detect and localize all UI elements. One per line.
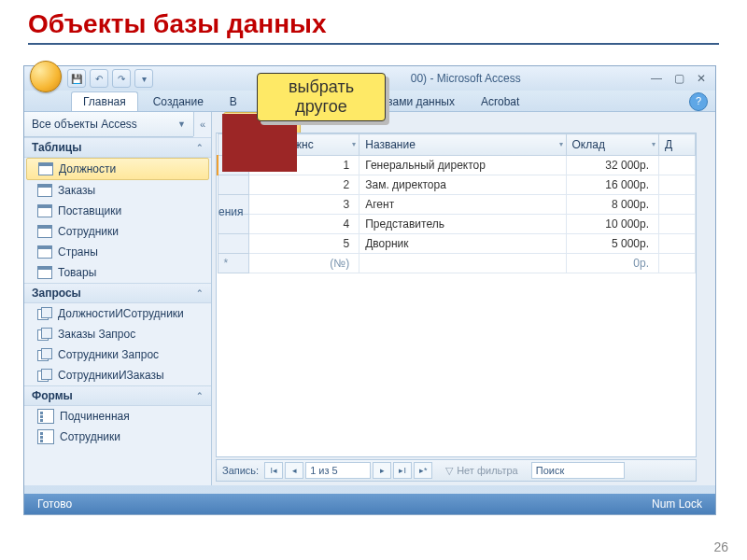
status-ready: Готово bbox=[37, 497, 72, 511]
form-icon bbox=[37, 409, 54, 424]
recnav-label: Запись: bbox=[222, 465, 259, 476]
nav-item-label: СотрудникиИЗаказы bbox=[58, 369, 164, 382]
table-icon bbox=[37, 204, 52, 217]
quick-access-toolbar: 💾 ↶ ↷ ▾ bbox=[67, 69, 153, 88]
tab-acrobat[interactable]: Acrobat bbox=[470, 92, 530, 111]
undo-icon[interactable]: ↶ bbox=[90, 69, 108, 88]
nav-header[interactable]: Все объекты Access ▼ bbox=[24, 112, 193, 137]
tab-create[interactable]: Создание bbox=[142, 92, 215, 111]
table-icon bbox=[37, 266, 52, 279]
query-icon bbox=[37, 348, 52, 361]
query-icon bbox=[37, 369, 52, 382]
window-title: Фирма : 6… 00) - Microsoft Access bbox=[162, 72, 648, 85]
table-icon bbox=[38, 162, 53, 175]
chevron-down-icon[interactable]: ▾ bbox=[352, 140, 356, 148]
current-record[interactable]: 1 из 5 bbox=[305, 462, 371, 479]
page-number: 26 bbox=[713, 539, 728, 554]
tab-external[interactable]: В bbox=[218, 92, 248, 111]
nav-item-label: Заказы bbox=[58, 184, 95, 197]
nav-item-label: Товары bbox=[58, 266, 96, 279]
col-salary[interactable]: Оклад▾ bbox=[566, 134, 659, 156]
qat-more-icon[interactable]: ▾ bbox=[134, 69, 153, 88]
prev-record-icon[interactable]: ◂ bbox=[285, 462, 303, 479]
chevron-down-icon[interactable]: ▾ bbox=[652, 140, 655, 148]
save-icon[interactable]: 💾 bbox=[67, 69, 86, 88]
nav-item-label: Сотрудники bbox=[58, 225, 119, 238]
chevron-down-icon[interactable]: ▾ bbox=[559, 140, 563, 148]
last-record-icon[interactable]: ▸I bbox=[393, 462, 412, 479]
nav-item-query-2[interactable]: Сотрудники Запрос bbox=[24, 344, 211, 365]
query-icon bbox=[37, 307, 52, 320]
nav-item-label: Заказы Запрос bbox=[58, 328, 135, 341]
filter-indicator[interactable]: ▽Нет фильтра bbox=[445, 465, 518, 477]
slide-title: Объекты базы данных bbox=[0, 0, 747, 43]
group-tables[interactable]: Таблицы ⌃ bbox=[24, 137, 211, 158]
nav-item-postavshchiki[interactable]: Поставщики bbox=[24, 201, 211, 221]
col-name[interactable]: Название▾ bbox=[359, 134, 566, 156]
nav-header-label: Все объекты Access bbox=[32, 118, 137, 131]
office-button[interactable] bbox=[30, 61, 62, 92]
col-extra[interactable]: Д bbox=[659, 134, 696, 156]
nav-item-label: Страны bbox=[58, 245, 98, 259]
table-row[interactable]: 5Дворник5 000р. bbox=[218, 234, 696, 254]
nav-item-query-1[interactable]: Заказы Запрос bbox=[24, 324, 211, 344]
nav-item-label: Должности bbox=[59, 162, 116, 175]
nav-item-sotrudniki[interactable]: Сотрудники bbox=[24, 221, 211, 242]
close-icon[interactable]: ✕ bbox=[693, 71, 710, 86]
group-tables-label: Таблицы bbox=[32, 141, 81, 154]
table-row[interactable]: 2Зам. директора16 000р. bbox=[218, 175, 696, 195]
redo-icon[interactable]: ↷ bbox=[112, 69, 131, 88]
table-icon bbox=[37, 245, 52, 259]
group-forms[interactable]: Формы ⌃ bbox=[24, 385, 211, 406]
search-input[interactable]: Поиск bbox=[531, 462, 625, 479]
next-record-icon[interactable]: ▸ bbox=[373, 462, 391, 479]
status-bar: Готово Num Lock bbox=[24, 494, 715, 514]
nav-item-label: Поставщики bbox=[58, 204, 121, 217]
nav-item-query-0[interactable]: ДолжностиИСотрудники bbox=[24, 303, 211, 324]
tab-home[interactable]: Главная bbox=[71, 91, 138, 111]
callout-tooltip: выбратьдругое bbox=[257, 73, 386, 121]
nav-item-label: Подчиненная bbox=[60, 410, 130, 423]
restore-icon[interactable]: ▢ bbox=[670, 71, 687, 86]
new-record-row[interactable]: *(№)0р. bbox=[218, 254, 696, 273]
nav-item-label: Сотрудники bbox=[60, 430, 120, 443]
table-icon bbox=[37, 184, 52, 197]
group-forms-label: Формы bbox=[32, 389, 73, 402]
table-row[interactable]: 3Агент8 000р. bbox=[218, 195, 696, 215]
nav-item-label: Сотрудники Запрос bbox=[58, 348, 159, 361]
group-queries-label: Запросы bbox=[32, 287, 81, 300]
navigation-pane: Все объекты Access ▼ « Таблицы ⌃ Должнос… bbox=[24, 112, 212, 485]
funnel-icon: ▽ bbox=[445, 465, 453, 477]
nav-item-tovary[interactable]: Товары bbox=[24, 262, 211, 283]
help-icon[interactable]: ? bbox=[689, 92, 708, 111]
group-queries[interactable]: Запросы ⌃ bbox=[24, 283, 211, 303]
collapse-pane-icon[interactable]: « bbox=[193, 112, 211, 136]
truncated-text: ения bbox=[218, 205, 256, 218]
minimize-icon[interactable]: — bbox=[648, 71, 665, 86]
first-record-icon[interactable]: I◂ bbox=[264, 462, 283, 479]
query-icon bbox=[37, 328, 52, 341]
collapse-group-icon[interactable]: ⌃ bbox=[196, 288, 204, 298]
title-rule bbox=[28, 43, 719, 45]
status-numlock: Num Lock bbox=[652, 497, 702, 511]
nav-item-form-1[interactable]: Сотрудники bbox=[24, 427, 211, 447]
table-row[interactable]: 4Представитель10 000р. bbox=[218, 215, 696, 234]
collapse-group-icon[interactable]: ⌃ bbox=[196, 143, 204, 152]
red-highlight-block bbox=[222, 114, 297, 172]
datasheet-grid[interactable]: КодДолжнс▾ Название▾ Оклад▾ Д 1Генеральн… bbox=[216, 133, 697, 457]
nav-item-dolzhnosti[interactable]: Должности bbox=[26, 158, 209, 180]
new-record-icon[interactable]: ▸* bbox=[414, 462, 432, 479]
nav-item-query-3[interactable]: СотрудникиИЗаказы bbox=[24, 365, 211, 385]
table-icon bbox=[37, 225, 52, 238]
access-window: 💾 ↶ ↷ ▾ Фирма : 6… 00) - Microsoft Acces… bbox=[23, 65, 716, 515]
record-navigator: Запись: I◂ ◂ 1 из 5 ▸ ▸I ▸* ▽Нет фильтра… bbox=[216, 459, 697, 482]
nav-item-zakazy[interactable]: Заказы bbox=[24, 180, 211, 201]
nav-item-label: ДолжностиИСотрудники bbox=[58, 307, 184, 320]
nav-item-form-0[interactable]: Подчиненная bbox=[24, 406, 211, 427]
collapse-group-icon[interactable]: ⌃ bbox=[196, 391, 204, 400]
form-icon bbox=[37, 429, 54, 444]
nav-item-strany[interactable]: Страны bbox=[24, 242, 211, 262]
chevron-down-icon[interactable]: ▼ bbox=[177, 119, 186, 129]
